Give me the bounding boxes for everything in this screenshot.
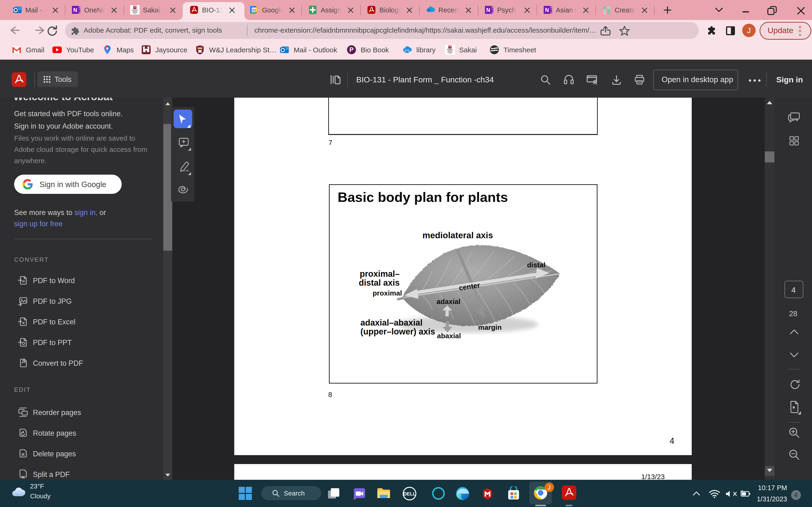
svg-text:P: P bbox=[349, 46, 354, 53]
svg-text:N: N bbox=[545, 7, 549, 13]
svg-text:DELL: DELL bbox=[403, 491, 416, 496]
svg-text:W: W bbox=[22, 280, 25, 283]
svg-text:N: N bbox=[73, 7, 77, 13]
svg-text:N: N bbox=[486, 7, 490, 13]
svg-text:31: 31 bbox=[252, 8, 256, 12]
